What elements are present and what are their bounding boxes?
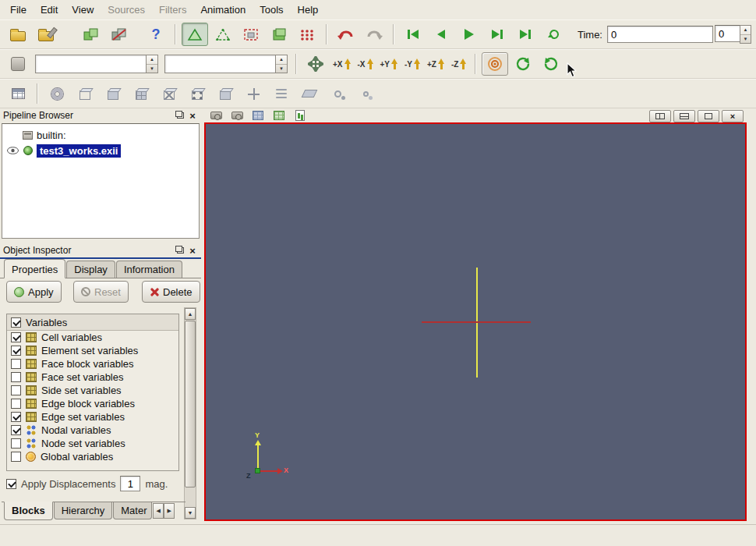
tab-properties[interactable]: Properties xyxy=(4,259,65,278)
points-button[interactable] xyxy=(184,82,210,105)
apply-button[interactable]: Apply xyxy=(6,281,62,303)
variable-row[interactable]: Global variables xyxy=(7,450,178,463)
spin-up-icon[interactable]: ▲ xyxy=(276,55,287,65)
scroll-down-icon[interactable]: ▼ xyxy=(185,507,196,519)
variable-row[interactable]: Node set variables xyxy=(7,437,178,450)
variable-row[interactable]: Side set variables xyxy=(7,384,178,397)
glyph-spheres-button[interactable] xyxy=(324,82,351,105)
checkbox[interactable] xyxy=(11,332,21,342)
color-legend-button[interactable] xyxy=(5,52,31,76)
variable-row[interactable]: Edge set variables xyxy=(7,410,178,424)
checkbox[interactable] xyxy=(11,438,21,448)
pipeline-item-builtin[interactable]: builtin: xyxy=(2,127,199,143)
camera-minus-z-button[interactable]: -Z xyxy=(449,57,469,71)
rotate-view-button[interactable] xyxy=(482,52,508,76)
next-frame-button[interactable] xyxy=(484,23,510,46)
undock-inspector-button[interactable] xyxy=(175,245,185,256)
reset-button[interactable]: Reset xyxy=(73,281,129,303)
menu-animation[interactable]: Animation xyxy=(193,0,253,20)
camera-minus-y-button[interactable]: -Y xyxy=(402,57,423,71)
menu-sources[interactable]: Sources xyxy=(101,0,152,20)
variable-combo-arrows[interactable]: ▲▼ xyxy=(146,55,158,73)
play-button[interactable] xyxy=(456,23,482,46)
maximize-view-button[interactable] xyxy=(698,110,719,122)
surface-with-edges-button[interactable] xyxy=(212,82,238,105)
previous-frame-button[interactable] xyxy=(428,23,454,46)
checkbox[interactable] xyxy=(11,359,21,369)
pipeline-tree[interactable]: builtin: test3_works.exii xyxy=(2,123,200,239)
checkbox[interactable] xyxy=(11,452,21,462)
select-cells-on-button[interactable] xyxy=(182,23,208,46)
camera-plus-x-button[interactable]: +X xyxy=(330,57,354,71)
scroll-up-icon[interactable]: ▲ xyxy=(185,308,196,320)
variable-row[interactable]: Element set variables xyxy=(7,344,178,357)
menu-help[interactable]: Help xyxy=(291,0,326,20)
variables-checkbox[interactable] xyxy=(11,317,21,328)
menu-view[interactable]: View xyxy=(65,0,101,20)
displacements-checkbox[interactable] xyxy=(6,479,16,489)
component-combo[interactable]: ▲▼ xyxy=(164,55,288,73)
tab-hierarchy[interactable]: Hierarchy xyxy=(54,502,113,519)
variable-combo[interactable]: ▲▼ xyxy=(35,55,158,73)
tab-scroll-left-icon[interactable]: ◀ xyxy=(153,503,164,519)
tab-display[interactable]: Display xyxy=(66,261,115,278)
wireframe-button[interactable] xyxy=(156,82,182,105)
slice-plane-button[interactable] xyxy=(296,82,323,105)
checkbox[interactable] xyxy=(11,346,21,356)
close-inspector-button[interactable]: × xyxy=(187,245,198,256)
checkbox[interactable] xyxy=(11,399,21,409)
spin-down-icon[interactable]: ▼ xyxy=(276,65,287,73)
scrollbar-thumb[interactable] xyxy=(185,321,196,488)
save-data-button[interactable] xyxy=(33,23,59,46)
delete-button[interactable]: Delete xyxy=(142,281,200,303)
frame-spinbox[interactable]: ▲▼ xyxy=(715,25,751,44)
open-button[interactable] xyxy=(5,23,31,46)
checkbox[interactable] xyxy=(11,385,21,395)
spreadsheet-mini-button[interactable] xyxy=(251,109,265,122)
checkbox[interactable] xyxy=(11,425,21,435)
select-points-on-button[interactable] xyxy=(210,23,236,46)
loop-button[interactable] xyxy=(540,23,567,46)
tab-information[interactable]: Information xyxy=(116,261,182,278)
spin-up-icon[interactable]: ▲ xyxy=(740,26,751,35)
checkbox[interactable] xyxy=(11,412,21,422)
close-pipeline-button[interactable]: × xyxy=(187,110,198,121)
camera-plus-z-button[interactable]: +Z xyxy=(425,57,447,71)
variable-combo-field[interactable] xyxy=(35,55,146,73)
variable-row[interactable]: Nodal variables xyxy=(7,424,178,437)
extract-surface-button[interactable] xyxy=(44,82,70,105)
menu-edit[interactable]: Edit xyxy=(34,0,65,20)
chart-view-button[interactable] xyxy=(293,109,307,122)
camera-minus-x-button[interactable]: -X xyxy=(355,57,376,71)
spin-down-icon[interactable]: ▼ xyxy=(147,65,157,73)
undo-button[interactable] xyxy=(333,23,359,46)
axes-glyph-button[interactable] xyxy=(240,82,267,105)
spin-up-icon[interactable]: ▲ xyxy=(147,55,157,65)
variable-row[interactable]: Face block variables xyxy=(7,357,178,370)
reset-camera-button[interactable] xyxy=(302,52,329,76)
spreadsheet-view-button[interactable] xyxy=(5,82,31,105)
split-vertical-button[interactable] xyxy=(673,110,695,122)
first-frame-button[interactable] xyxy=(400,23,426,46)
select-block-button[interactable] xyxy=(294,23,320,46)
render-view[interactable]: Y X Z xyxy=(204,122,747,521)
disconnect-server-button[interactable] xyxy=(106,23,132,46)
pipeline-item-dataset[interactable]: test3_works.exii xyxy=(2,143,199,158)
checkbox[interactable] xyxy=(11,372,21,382)
properties-scrollbar[interactable]: ▲ ▼ xyxy=(184,307,196,519)
last-frame-button[interactable] xyxy=(512,23,539,46)
select-points-through-button[interactable] xyxy=(266,23,292,46)
time-input[interactable] xyxy=(607,26,713,43)
connect-server-button[interactable] xyxy=(78,23,104,46)
component-combo-arrows[interactable]: ▲▼ xyxy=(275,55,288,73)
small-glyphs-button[interactable] xyxy=(352,82,379,105)
tab-blocks[interactable]: Blocks xyxy=(4,502,53,520)
surface-button[interactable] xyxy=(100,82,126,105)
pin-view-button[interactable] xyxy=(230,109,244,122)
select-cells-through-button[interactable] xyxy=(238,23,264,46)
roll-clockwise-button[interactable] xyxy=(538,52,564,76)
displacement-magnitude-input[interactable] xyxy=(120,476,140,491)
selection-inspector-button[interactable] xyxy=(272,109,286,122)
outline-button[interactable] xyxy=(72,82,98,105)
roll-counterclockwise-button[interactable] xyxy=(510,52,536,76)
